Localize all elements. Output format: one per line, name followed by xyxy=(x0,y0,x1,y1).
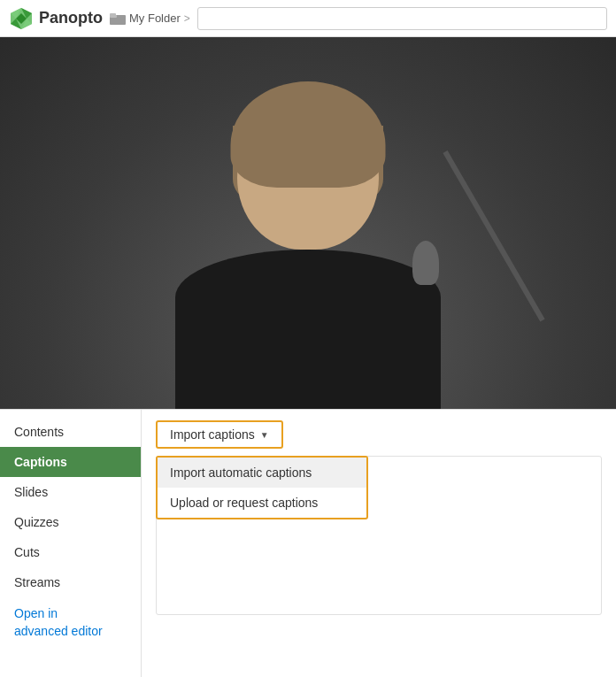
top-navigation-bar: Panopto My Folder > xyxy=(0,0,616,37)
sidebar-item-captions-label: Captions xyxy=(14,455,67,469)
editor-sidebar: Contents Captions Slides Quizzes Cuts St… xyxy=(0,410,142,677)
panopto-logo[interactable]: Panopto xyxy=(9,6,103,31)
video-area xyxy=(0,37,616,409)
sidebar-item-cuts-label: Cuts xyxy=(14,545,40,559)
sidebar-item-quizzes[interactable]: Quizzes xyxy=(0,507,141,537)
dropdown-arrow-icon: ▼ xyxy=(260,430,269,440)
import-captions-label: Import captions xyxy=(170,427,255,442)
sidebar-item-contents[interactable]: Contents xyxy=(0,417,141,447)
person-hair-front xyxy=(231,81,386,188)
breadcrumb-folder-label[interactable]: My Folder xyxy=(129,12,181,25)
person-body xyxy=(175,250,441,409)
navigation-input[interactable] xyxy=(197,7,607,30)
sidebar-item-contents-label: Contents xyxy=(14,425,64,439)
sidebar-item-captions[interactable]: Captions xyxy=(0,447,141,477)
folder-icon xyxy=(110,12,126,26)
breadcrumb: My Folder > xyxy=(110,12,190,26)
import-captions-dropdown: Import automatic captions Upload or requ… xyxy=(156,456,368,519)
panopto-logo-text: Panopto xyxy=(39,9,103,27)
main-content-area: Import captions ▼ Import automatic capti… xyxy=(142,410,616,677)
video-overlay xyxy=(0,37,616,409)
microphone-head xyxy=(412,241,439,285)
microphone-arm xyxy=(443,150,544,322)
sidebar-item-quizzes-label: Quizzes xyxy=(14,515,59,529)
breadcrumb-arrow: > xyxy=(184,12,190,25)
import-captions-button[interactable]: Import captions ▼ xyxy=(156,420,283,449)
dropdown-item-import-automatic[interactable]: Import automatic captions xyxy=(158,458,366,488)
import-automatic-label: Import automatic captions xyxy=(170,465,312,480)
sidebar-item-streams[interactable]: Streams xyxy=(0,567,141,597)
video-placeholder xyxy=(0,37,616,409)
sidebar-item-streams-label: Streams xyxy=(14,575,60,589)
sidebar-item-slides-label: Slides xyxy=(14,485,48,499)
upload-request-label: Upload or request captions xyxy=(170,496,318,510)
import-captions-container: Import captions ▼ Import automatic capti… xyxy=(156,420,283,449)
panopto-logo-icon xyxy=(9,6,34,31)
sidebar-item-cuts[interactable]: Cuts xyxy=(0,537,141,567)
sidebar-item-advanced-editor[interactable]: Open in advanced editor xyxy=(0,597,141,648)
editor-area: Contents Captions Slides Quizzes Cuts St… xyxy=(0,409,616,677)
dropdown-item-upload-request[interactable]: Upload or request captions xyxy=(158,488,366,518)
sidebar-item-slides[interactable]: Slides xyxy=(0,477,141,507)
svg-rect-8 xyxy=(110,13,116,17)
